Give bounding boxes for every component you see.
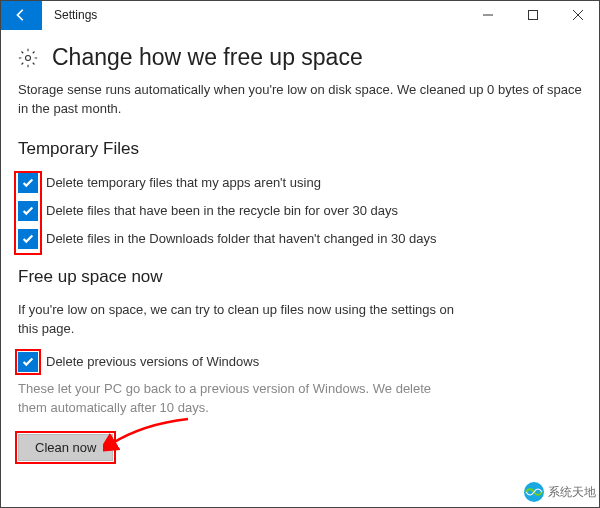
checkbox-recycle-bin-box[interactable] xyxy=(18,201,38,221)
svg-point-1 xyxy=(26,55,31,60)
page-header: Change how we free up space xyxy=(18,44,582,71)
checkbox-recycle-bin: Delete files that have been in the recyc… xyxy=(18,201,448,221)
temporary-files-title: Temporary Files xyxy=(18,139,582,159)
checkbox-downloads-box[interactable] xyxy=(18,229,38,249)
maximize-button[interactable] xyxy=(510,0,555,30)
page-title: Change how we free up space xyxy=(52,44,363,71)
back-button[interactable] xyxy=(0,0,42,30)
checkbox-previous-windows: Delete previous versions of Windows xyxy=(18,352,448,372)
titlebar: Settings xyxy=(0,0,600,30)
gear-icon xyxy=(18,48,38,68)
free-up-now-description: If you're low on space, we can try to cl… xyxy=(18,301,458,339)
checkbox-previous-windows-label: Delete previous versions of Windows xyxy=(46,352,259,371)
storage-sense-description: Storage sense runs automatically when yo… xyxy=(18,81,582,119)
close-button[interactable] xyxy=(555,0,600,30)
watermark-text: 系统天地 xyxy=(548,484,596,501)
free-up-now-title: Free up space now xyxy=(18,267,582,287)
annotation-arrow xyxy=(103,414,193,459)
window-title: Settings xyxy=(42,0,465,30)
checkbox-temp-apps-label: Delete temporary files that my apps aren… xyxy=(46,173,321,192)
window-controls xyxy=(465,0,600,30)
checkbox-previous-windows-box[interactable] xyxy=(18,352,38,372)
clean-now-button[interactable]: Clean now xyxy=(18,434,113,461)
svg-rect-0 xyxy=(528,11,537,20)
checkbox-temp-apps-box[interactable] xyxy=(18,173,38,193)
checkbox-recycle-bin-label: Delete files that have been in the recyc… xyxy=(46,201,398,220)
temporary-files-section: Delete temporary files that my apps aren… xyxy=(18,173,582,249)
checkbox-downloads-label: Delete files in the Downloads folder tha… xyxy=(46,229,437,248)
minimize-button[interactable] xyxy=(465,0,510,30)
checkbox-downloads: Delete files in the Downloads folder tha… xyxy=(18,229,448,249)
previous-windows-hint: These let your PC go back to a previous … xyxy=(18,380,458,418)
checkbox-temp-apps: Delete temporary files that my apps aren… xyxy=(18,173,448,193)
watermark: 系统天地 xyxy=(522,480,596,504)
content-area: Change how we free up space Storage sens… xyxy=(0,30,600,461)
